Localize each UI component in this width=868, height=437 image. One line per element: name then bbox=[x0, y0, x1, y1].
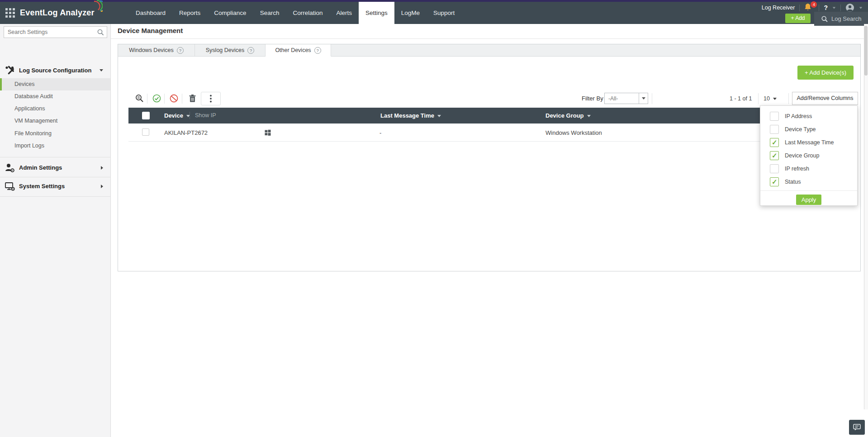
table-row[interactable]: AKILAN-PT2672 - Windows Workstation bbox=[128, 124, 854, 142]
select-all-checkbox[interactable] bbox=[142, 112, 150, 119]
dropdown-footer: Apply bbox=[760, 190, 857, 209]
nav-settings[interactable]: Settings bbox=[359, 2, 394, 24]
column-header-device[interactable]: Device bbox=[164, 112, 190, 119]
cell-device-name[interactable]: AKILAN-PT2672 bbox=[164, 129, 208, 136]
search-devices-icon[interactable] bbox=[135, 94, 144, 103]
disable-device-icon[interactable] bbox=[170, 94, 178, 103]
chevron-down-icon bbox=[859, 7, 862, 9]
sidebar-item-devices[interactable]: Devices bbox=[0, 78, 110, 90]
sidebar-group-system-settings[interactable]: System Settings bbox=[0, 180, 110, 193]
scrollbar-thumb[interactable] bbox=[864, 26, 868, 76]
column-option-status[interactable]: Status bbox=[760, 175, 857, 188]
add-device-button[interactable]: + Add Device(s) bbox=[797, 66, 854, 80]
sidebar-item-vm-management[interactable]: VM Management bbox=[0, 115, 110, 127]
sidebar-item-applications[interactable]: Applications bbox=[0, 103, 110, 115]
column-label: Last Message Time bbox=[380, 112, 434, 119]
column-label: Device Group bbox=[545, 112, 584, 119]
sidebar-item-import-logs[interactable]: Import Logs bbox=[0, 140, 110, 152]
product-name: EventLog Analyzer bbox=[20, 8, 95, 17]
tab-windows-devices[interactable]: Windows Devices ? bbox=[118, 44, 195, 57]
filter-select[interactable]: -All- bbox=[604, 93, 648, 104]
divider bbox=[0, 177, 110, 177]
device-table-header: Device Show IP Last Message Time Device … bbox=[128, 108, 854, 124]
help-circle-icon[interactable]: ? bbox=[177, 47, 184, 54]
cell-last-message-time: - bbox=[379, 129, 381, 136]
apps-grid-icon[interactable] bbox=[5, 8, 15, 18]
main-nav: Dashboard Reports Compliance Search Corr… bbox=[129, 2, 461, 24]
page-size-selector[interactable]: 10 bbox=[764, 94, 777, 104]
tab-other-devices[interactable]: Other Devices ? bbox=[266, 44, 331, 57]
sidebar-item-label: Import Logs bbox=[14, 142, 44, 149]
search-settings-input[interactable] bbox=[4, 27, 107, 38]
column-option-device-type[interactable]: Device Type bbox=[760, 123, 857, 136]
sidebar-item-label: File Monitoring bbox=[14, 130, 52, 137]
admin-user-gear-icon bbox=[5, 162, 15, 173]
delete-trash-icon[interactable] bbox=[189, 94, 196, 103]
cell-device-group: Windows Workstation bbox=[545, 129, 602, 136]
chevron-down-icon bbox=[833, 7, 835, 9]
column-option-label: Status bbox=[785, 179, 801, 185]
nav-logme[interactable]: LogMe bbox=[394, 2, 427, 24]
add-remove-columns-button[interactable]: Add/Remove Columns bbox=[792, 92, 858, 105]
checkbox[interactable] bbox=[770, 151, 779, 160]
sidebar-item-label: Devices bbox=[14, 81, 34, 87]
log-search-button[interactable]: Log Search bbox=[814, 12, 868, 26]
page-size-value: 10 bbox=[764, 95, 770, 102]
nav-correlation[interactable]: Correlation bbox=[286, 2, 329, 24]
nav-compliance[interactable]: Compliance bbox=[207, 2, 253, 24]
divider bbox=[788, 93, 789, 104]
tab-label: Windows Devices bbox=[129, 47, 174, 53]
help-circle-icon[interactable]: ? bbox=[314, 47, 321, 54]
checkbox[interactable] bbox=[770, 164, 779, 173]
column-option-device-group[interactable]: Device Group bbox=[760, 149, 857, 162]
chevron-right-icon bbox=[101, 185, 103, 188]
divider bbox=[0, 157, 110, 157]
checkbox[interactable] bbox=[770, 112, 779, 121]
tab-syslog-devices[interactable]: Syslog Devices ? bbox=[195, 44, 266, 57]
checkbox[interactable] bbox=[770, 125, 779, 134]
checkbox[interactable] bbox=[770, 138, 779, 147]
nav-reports[interactable]: Reports bbox=[172, 2, 207, 24]
sidebar-group-admin-settings[interactable]: Admin Settings bbox=[0, 161, 110, 175]
column-header-device-group[interactable]: Device Group bbox=[545, 112, 591, 119]
chevron-down-icon[interactable] bbox=[639, 93, 648, 104]
nav-dashboard[interactable]: Dashboard bbox=[129, 2, 172, 24]
search-icon[interactable] bbox=[97, 29, 104, 36]
divider bbox=[819, 5, 819, 11]
table-toolbar: Filter By -All- 1 - 1 of 1 10 Add/Remove… bbox=[118, 92, 860, 105]
filter-select-value: -All- bbox=[608, 95, 618, 102]
divider bbox=[164, 94, 165, 104]
checkbox[interactable] bbox=[770, 177, 779, 186]
sidebar-group-label: Admin Settings bbox=[19, 164, 62, 171]
column-option-ip-address[interactable]: IP Address bbox=[760, 109, 857, 123]
sidebar-section-log-source-configuration[interactable]: Log Source Configuration bbox=[0, 64, 110, 77]
sidebar-section-label: Log Source Configuration bbox=[19, 67, 91, 74]
quick-add-button[interactable]: + Add bbox=[785, 14, 811, 23]
user-avatar-icon[interactable] bbox=[845, 3, 854, 12]
column-option-last-message-time[interactable]: Last Message Time bbox=[760, 136, 857, 149]
nav-search[interactable]: Search bbox=[253, 2, 286, 24]
log-receiver-link[interactable]: Log Receiver bbox=[762, 5, 795, 11]
sidebar-item-file-monitoring[interactable]: File Monitoring bbox=[0, 128, 110, 140]
more-actions-kebab-icon[interactable] bbox=[201, 92, 221, 105]
filter-by-label: Filter By bbox=[582, 95, 603, 102]
help-circle-icon[interactable]: ? bbox=[247, 47, 254, 54]
show-ip-toggle[interactable]: Show IP bbox=[195, 112, 216, 119]
column-header-last-message-time[interactable]: Last Message Time bbox=[380, 112, 441, 119]
nav-alerts[interactable]: Alerts bbox=[329, 2, 359, 24]
divider bbox=[652, 93, 652, 104]
help-menu[interactable]: ? bbox=[824, 4, 828, 11]
row-checkbox[interactable] bbox=[142, 128, 149, 136]
notifications-bell-icon[interactable]: 4 bbox=[804, 3, 814, 12]
chevron-down-icon bbox=[773, 98, 777, 100]
apply-button[interactable]: Apply bbox=[796, 195, 822, 205]
enable-device-icon[interactable] bbox=[152, 94, 161, 103]
nav-support[interactable]: Support bbox=[427, 2, 461, 24]
vertical-scrollbar[interactable] bbox=[864, 24, 868, 409]
pagination-range: 1 - 1 of 1 bbox=[730, 95, 752, 102]
device-management-panel: Windows Devices ? Syslog Devices ? Other… bbox=[118, 44, 861, 271]
column-option-ip-refresh[interactable]: IP refresh bbox=[760, 162, 857, 175]
chat-support-button[interactable] bbox=[849, 420, 865, 435]
tabstrip-filler bbox=[331, 44, 860, 57]
sidebar-item-database-audit[interactable]: Database Audit bbox=[0, 90, 110, 103]
